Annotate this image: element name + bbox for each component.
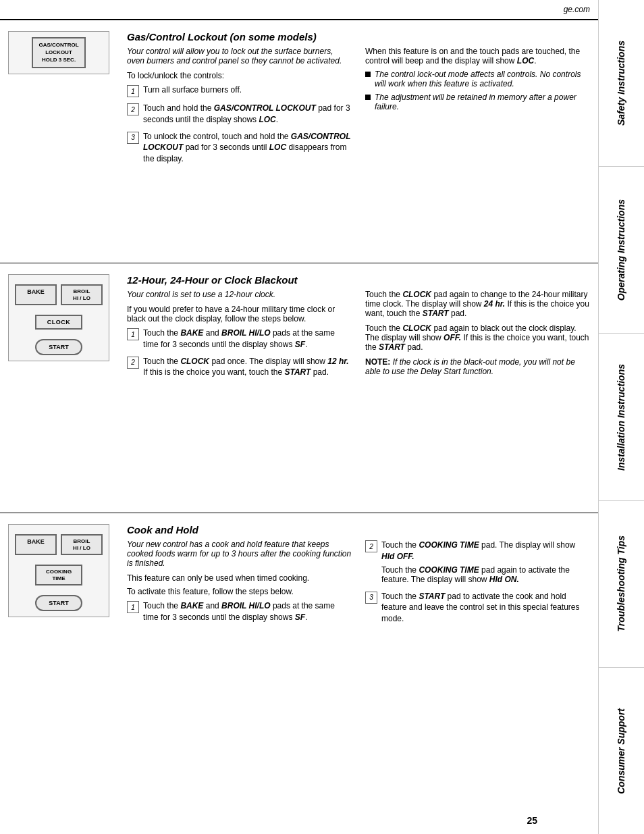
section1-intro: Your control will allow you to lock out …	[127, 47, 352, 66]
section1-text: Gas/Control Lockout (on some models) You…	[127, 31, 590, 252]
section-clock: BAKE BROILHI / LO CLOCK START 12-Hour, 2…	[0, 263, 598, 513]
step-3-3: 3 Touch the START pad to activate the co…	[365, 591, 590, 625]
sidebar-consumer: Consumer Support	[599, 668, 644, 834]
section3-intro: Your new control has a cook and hold fea…	[127, 540, 352, 568]
lockout-button: GAS/CONTROLLOCKOUTHOLD 3 SEC.	[32, 37, 86, 68]
section3-right-p2: Touch the COOKING TIME pad again to acti…	[381, 565, 590, 584]
broil-btn: BROILHI / LO	[61, 284, 103, 305]
start-btn: START	[35, 339, 82, 355]
control-diagram-1: GAS/CONTROLLOCKOUTHOLD 3 SEC.	[8, 31, 116, 252]
sidebar-consumer-label: Consumer Support	[616, 708, 627, 794]
step-1-2: 2 Touch and hold the GAS/CONTROL LOCKOUT…	[127, 103, 352, 126]
sidebar-operating-label: Operating Instructions	[616, 199, 627, 301]
control-diagram-2: BAKE BROILHI / LO CLOCK START	[8, 274, 116, 502]
step-3-2: 2 Touch the COOKING TIME pad. The displa…	[365, 540, 590, 563]
section2-text: 12-Hour, 24-Hour or Clock Blackout Your …	[127, 274, 590, 502]
section3-title: Cook and Hold	[127, 524, 590, 536]
section2-title: 12-Hour, 24-Hour or Clock Blackout	[127, 274, 590, 286]
page-number: 25	[527, 815, 537, 826]
section1-title: Gas/Control Lockout (on some models)	[127, 31, 590, 43]
top-bar: ge.com	[0, 0, 598, 20]
section2-note: NOTE: If the clock is in the black-out m…	[365, 357, 590, 376]
sidebar-troubleshooting: Troubleshooting Tips	[599, 501, 644, 668]
start-btn-3: START	[35, 595, 82, 611]
control-diagram-3: BAKE BROILHI / LO COOKINGTIME START	[8, 524, 116, 766]
sidebar-operating: Operating Instructions	[599, 167, 644, 334]
section1-right-text: When this feature is on and the touch pa…	[365, 47, 590, 66]
step-2-1: 1 Touch the BAKE and BROIL HI/LO pads at…	[127, 328, 352, 350]
sidebar: Safety Instructions Operating Instructio…	[598, 0, 644, 834]
section3-body2: To activate this feature, follow the ste…	[127, 587, 352, 596]
sidebar-safety: Safety Instructions	[599, 0, 644, 167]
section-cook-hold: BAKE BROILHI / LO COOKINGTIME START Cook…	[0, 513, 598, 777]
section3-text: Cook and Hold Your new control has a coo…	[127, 524, 590, 766]
sidebar-installation: Installation Instructions	[599, 334, 644, 500]
step-2-2: 2 Touch the CLOCK pad once. The display …	[127, 356, 352, 379]
section2-right-p2: Touch the CLOCK pad again to black out t…	[365, 323, 590, 352]
sidebar-safety-label: Safety Instructions	[616, 41, 627, 126]
sidebar-installation-label: Installation Instructions	[616, 364, 627, 471]
step-1-3: 3 To unlock the control, touch and hold …	[127, 131, 352, 165]
website-label: ge.com	[564, 5, 590, 14]
section3-body1: This feature can only be used when timed…	[127, 573, 352, 583]
step-3-1: 1 Touch the BAKE and BROIL HI/LO pads at…	[127, 600, 352, 623]
bullet-1: The control lock-out mode affects all co…	[365, 70, 590, 88]
broil-btn-3: BROILHI / LO	[61, 534, 103, 555]
section2-body: If you would prefer to have a 24-hour mi…	[127, 305, 352, 323]
bullet-2: The adjustment will be retained in memor…	[365, 93, 590, 111]
section-gas-lockout: GAS/CONTROLLOCKOUTHOLD 3 SEC. Gas/Contro…	[0, 20, 598, 263]
section2-intro: Your control is set to use a 12-hour clo…	[127, 290, 352, 299]
bake-btn: BAKE	[15, 284, 57, 305]
step-1-1: 1 Turn all surface burners off.	[127, 84, 352, 97]
bake-btn-3: BAKE	[15, 534, 57, 555]
sidebar-troubleshooting-label: Troubleshooting Tips	[616, 536, 627, 632]
clock-btn: CLOCK	[35, 315, 82, 330]
section2-right-p1: Touch the CLOCK pad again to change to t…	[365, 290, 590, 318]
section1-lock-instruction: To lock/unlock the controls:	[127, 71, 352, 80]
cooking-time-btn: COOKINGTIME	[35, 565, 82, 585]
